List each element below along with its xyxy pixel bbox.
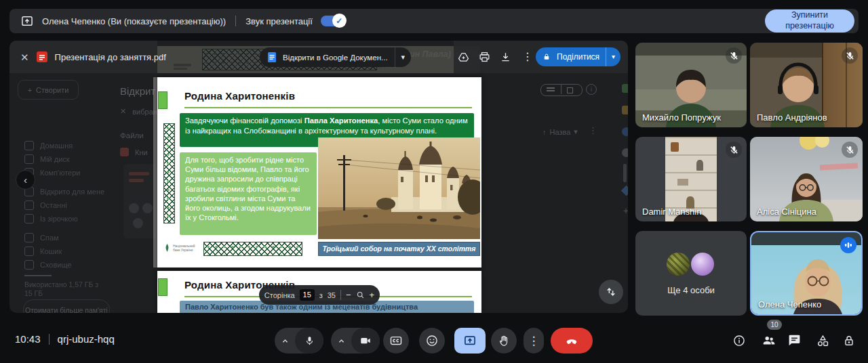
tasks-icon — [622, 127, 628, 136]
meeting-code: qrj-ubuz-hqq — [58, 333, 115, 345]
more-options-icon: ⋮ — [520, 51, 535, 62]
more-vertical-icon: ⋮ — [528, 335, 540, 347]
meeting-time: 10:43 — [15, 333, 41, 345]
slide15-logo: Національний банк України — [164, 243, 196, 253]
share-button: Поділитися ▾ — [536, 47, 620, 66]
list-grid-toggle — [540, 84, 583, 96]
captions-icon — [389, 334, 403, 347]
contacts-icon — [622, 148, 628, 157]
activities-icon — [816, 334, 830, 348]
camera-button[interactable] — [331, 328, 380, 354]
participant-tile-mykhailo[interactable]: Михайло Попружук — [635, 43, 747, 127]
page-label: Сторінка — [264, 291, 295, 299]
camera-options-chevron-icon — [331, 337, 351, 345]
close-preview-icon: ✕ — [20, 52, 29, 62]
caret-down-icon: ▾ — [612, 54, 615, 60]
scrollbar-thumb — [623, 164, 627, 182]
stop-presentation-button[interactable]: Зупинити презентацію — [765, 9, 854, 33]
people-button[interactable] — [761, 333, 777, 349]
mic-options-chevron-icon — [275, 337, 295, 345]
present-screen-icon — [20, 14, 34, 28]
collapse-sidebar-button: ‹ — [16, 170, 35, 190]
chat-icon — [787, 333, 802, 347]
presentation-sound-toggle[interactable]: ✓ — [321, 16, 345, 26]
zoom-in-icon: + — [370, 291, 375, 299]
slide15-logo-text: Національний банк України — [173, 244, 196, 252]
open-in-docs-label: Відкрити в Google Докумен... — [283, 54, 388, 62]
google-meet-window: Олена Чепенко (Ви (показуєте презентацію… — [0, 0, 868, 363]
page-of-label: з — [319, 291, 323, 299]
slide-photo-cathedral — [318, 137, 480, 239]
keep-icon — [622, 106, 628, 114]
scroll-button — [599, 280, 623, 304]
host-lock-icon — [842, 334, 856, 347]
participant-name: Аліса Сініцина — [757, 207, 816, 217]
more-options-button[interactable]: ⋮ — [524, 328, 544, 354]
activities-button[interactable] — [814, 333, 831, 349]
slide15-title-underline — [184, 107, 472, 108]
page-number-input: 15 — [300, 289, 315, 301]
participant-tile-olena[interactable]: Олена Чепенко — [750, 231, 863, 316]
mic-off-icon — [726, 142, 742, 158]
info-icon — [732, 334, 746, 347]
print-icon — [478, 51, 491, 64]
avatar — [691, 253, 714, 276]
zoom-lens-icon — [356, 291, 365, 299]
participant-tile-damir[interactable]: Damir Manshin — [635, 137, 747, 221]
google-docs-icon — [268, 52, 276, 62]
caret-down-icon: ▾ — [574, 127, 578, 136]
slide15-photo-caption: Троїцький собор на початку XX століття — [318, 242, 480, 256]
zoom-out-icon: − — [346, 291, 351, 299]
mic-icon — [295, 328, 323, 354]
participant-name: Павло Андріянов — [757, 112, 827, 123]
divider — [235, 16, 236, 26]
caret-down-icon: ▾ — [401, 54, 406, 61]
end-call-icon — [564, 333, 579, 348]
overflow-count-label: Ще 4 особи — [635, 285, 747, 295]
mic-off-icon — [842, 47, 858, 64]
slide15-title: Родина Харитоненків — [184, 90, 295, 102]
shared-screen: +Створити Домашня Мій диск Комп'ютери Ві… — [9, 41, 628, 313]
present-button-active[interactable] — [454, 328, 486, 354]
participant-tile-alisa[interactable]: Аліса Сініцина — [750, 137, 863, 221]
people-icon — [762, 333, 776, 348]
participant-tile-pavlo[interactable]: Павло Андріянов — [750, 43, 863, 127]
reactions-button[interactable] — [419, 328, 445, 354]
slide15-ornament-vertical — [163, 123, 175, 223]
present-icon — [463, 334, 477, 347]
back-chevron-icon: ‹ — [24, 175, 27, 185]
people-count-badge: 10 — [767, 320, 782, 330]
mic-off-icon — [726, 47, 742, 64]
camera-icon — [351, 328, 380, 354]
meeting-details-button[interactable] — [731, 333, 747, 349]
page-total: 35 — [328, 291, 336, 299]
slide-corner-decor — [158, 91, 167, 109]
info-icon-dim: i — [586, 84, 597, 95]
audio-level-indicator — [840, 237, 856, 253]
slide-corner-decor — [158, 278, 167, 296]
presenter-label: Олена Чепенко (Ви (показуєте презентацію… — [42, 16, 226, 26]
slide15-text-box-2: Для того, щоб зробити рідне місто Суми б… — [180, 152, 317, 235]
slide15-ornament-horizontal — [203, 242, 302, 256]
calendar-icon — [622, 84, 628, 93]
participant-overflow-tile[interactable]: Ще 4 особи — [635, 231, 747, 316]
host-controls-button[interactable] — [841, 333, 857, 349]
participant-name: Олена Чепенко — [758, 299, 821, 309]
more-icon-dim: ⋮ — [589, 126, 597, 135]
file-title: Презентація до заняття.pdf — [55, 52, 166, 62]
download-icon — [499, 51, 512, 64]
add-panel-icon: + — [623, 206, 628, 215]
pdf-icon — [37, 51, 47, 62]
page-toolbar: Сторінка 15 з 35 − + — [259, 285, 380, 305]
chat-button[interactable] — [786, 332, 802, 348]
presentation-top-bar: Олена Чепенко (Ви (показуєте презентацію… — [9, 9, 859, 33]
raise-hand-button[interactable] — [491, 328, 517, 354]
end-call-button[interactable] — [551, 328, 593, 354]
mic-button[interactable] — [275, 328, 323, 354]
presentation-sound-label: Звук презентації — [245, 16, 313, 26]
participant-name: Damir Manshin — [642, 207, 701, 217]
mic-off-icon — [842, 142, 858, 158]
hand-icon — [498, 335, 511, 347]
addon-diamond-icon — [621, 186, 628, 196]
captions-button[interactable] — [383, 328, 409, 354]
